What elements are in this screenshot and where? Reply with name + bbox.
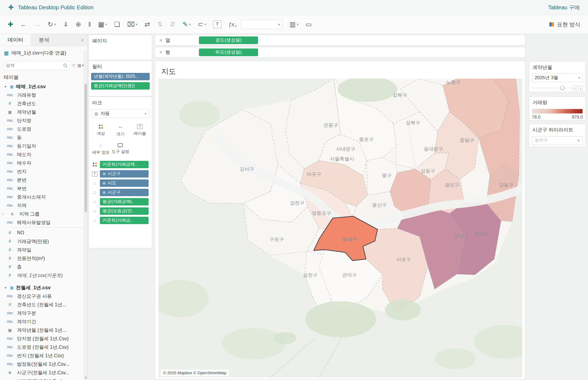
tab-analytics[interactable]: 분석 — [31, 34, 57, 46]
collapse-pane-icon[interactable]: ‹ — [78, 34, 87, 46]
field-row[interactable]: #건축년도 — [1, 99, 87, 108]
slider-track[interactable] — [532, 87, 571, 89]
mark-pill[interactable]: 평균(거래금액(.. — [100, 198, 149, 205]
color-button[interactable]: 색상 — [92, 121, 110, 139]
presentation-mode-icon[interactable]: ▭ — [306, 21, 312, 28]
filter-pill[interactable]: 년월(계약년월): 2025.. — [91, 73, 150, 80]
show-me-button[interactable]: 표현 방식 — [549, 21, 580, 28]
save-icon[interactable]: ⇓ — [63, 21, 68, 28]
undo-icon[interactable]: ← — [20, 21, 27, 28]
clear-sheet-icon[interactable]: ⌧▾ — [127, 21, 138, 28]
step-forward-button[interactable]: › — [578, 85, 583, 90]
filters-shelf[interactable]: 필터 년월(계약년월): 2025.. 평균(거래금액(만원)) — [89, 61, 152, 96]
field-row[interactable]: Abc번지 — [1, 167, 87, 176]
pause-updates-icon[interactable]: ‖ — [88, 21, 91, 28]
field-row[interactable]: #계약일 — [1, 245, 87, 254]
scroll-down-icon[interactable]: ▾ — [84, 376, 88, 379]
sort-ascending-icon[interactable]: ⇅ — [157, 21, 163, 28]
field-row[interactable]: Abc계약구분 — [1, 309, 87, 317]
replay-icon[interactable]: ↻▾ — [48, 21, 56, 28]
rows-shelf[interactable]: ≡ 행 위도(생성됨) — [155, 47, 525, 58]
field-row[interactable]: Abc동 — [1, 133, 87, 142]
field-row[interactable]: Abc매수자 — [1, 159, 87, 167]
search-input[interactable] — [6, 63, 63, 68]
field-row[interactable]: Abc매도자 — [1, 150, 87, 159]
field-row[interactable]: ⊕시군구(전월세 1년.Csv... — [1, 368, 87, 377]
field-row[interactable]: Abc단지명 (전월세 1년.Csv) — [1, 334, 87, 343]
scrollbar-thumb[interactable] — [85, 84, 87, 212]
date-filter-dropdown[interactable]: 2025년 3월 ▾ — [532, 73, 583, 82]
field-row[interactable]: ▦계약년월 — [1, 108, 87, 116]
step-back-button[interactable]: ‹ — [572, 85, 577, 90]
mark-pill[interactable]: 카운트(거래금액.. — [100, 161, 149, 168]
field-row[interactable]: #전용면적(m²) — [1, 254, 87, 262]
show-me-chart-icon[interactable]: ▥▾ — [289, 21, 299, 28]
field-row[interactable]: Abc법정동(전월세 1년.Csv... — [1, 360, 87, 368]
new-worksheet-icon[interactable]: ▦▾ — [98, 21, 107, 28]
tableau-start-icon[interactable]: ✚ — [8, 21, 13, 28]
district-label: 광진구 — [445, 182, 459, 188]
view-options-icon[interactable]: ▦▾ — [77, 63, 84, 68]
size-button[interactable]: ↔크기 — [111, 121, 129, 139]
field-row[interactable]: #층 — [1, 262, 87, 271]
mark-type-dropdown[interactable]: ▥ 자동 ▾ — [92, 109, 149, 118]
pages-shelf[interactable]: 페이지 — [89, 35, 152, 60]
mark-pill[interactable]: ⊞시군구 — [100, 170, 149, 178]
table-header[interactable]: ▾ ▦ 전월세_1년.csv — [1, 283, 87, 292]
field-row[interactable]: Abc번지 (전월세 1년.Csv) — [1, 351, 87, 360]
field-row[interactable]: #거래금액(만원) — [1, 237, 87, 245]
district-label: 송파구 — [475, 231, 489, 236]
new-datasource-icon[interactable]: ⊕ — [76, 21, 81, 28]
datasource-row[interactable]: ▦ 매매_1년.csv+(다중 연결) — [0, 46, 87, 60]
map-attribution[interactable]: © 2025 Mapbox © OpenStreetMap — [161, 370, 229, 376]
tab-data[interactable]: 데이터 — [0, 34, 31, 46]
mark-pill[interactable]: ⊞시도 — [100, 179, 149, 187]
mark-pill[interactable]: 평균(보증금(만.. — [100, 207, 149, 215]
label-button[interactable]: T레이블 — [131, 121, 149, 139]
field-row[interactable]: Abc거래유형 — [1, 91, 87, 99]
fx-icon[interactable]: ƒx✕ — [228, 22, 234, 27]
buy-tableau-link[interactable]: Tableau 구매 — [548, 4, 580, 11]
mark-pill[interactable]: 카운트(거래금.. — [100, 217, 149, 224]
map-canvas[interactable]: 서울특별시 강북구 노원구 은평구 성북구 중랑구 동대문구 종로구 서대문구 … — [158, 79, 522, 378]
field-row[interactable]: #매매_1년.csv(카운트) — [1, 271, 87, 279]
field-row[interactable]: Abc지역 — [1, 201, 87, 210]
filter-pill[interactable]: 평균(거래금액(만원)) — [91, 82, 150, 90]
show-mark-labels-icon[interactable]: T — [213, 21, 221, 28]
clear-highlight-icon[interactable]: ✕ — [577, 138, 580, 143]
detail-button[interactable]: ∴세부 정보 — [92, 140, 110, 158]
field-row[interactable]: Abc갱신요구권 사용 — [1, 292, 87, 300]
field-row[interactable]: #NO — [1, 228, 87, 237]
duplicate-sheet-icon[interactable]: ❏ — [114, 21, 120, 28]
swap-rows-columns-icon[interactable]: ⇄ — [144, 21, 150, 28]
seoul-choropleth-map[interactable]: 서울특별시 강북구 노원구 은평구 성북구 중랑구 동대문구 종로구 서대문구 … — [158, 79, 522, 378]
field-row[interactable]: Abc도로명 (전월세 1년.Csv) — [1, 343, 87, 351]
sort-descending-icon[interactable]: ⇵ — [170, 21, 175, 28]
field-row[interactable]: Abc본번 — [1, 176, 87, 184]
mark-pill[interactable]: ⊞시군구 — [100, 189, 149, 196]
highlight-icon[interactable]: ✎▾ — [183, 21, 191, 28]
highlight-input[interactable] — [535, 138, 575, 143]
field-row[interactable]: Abc등기일자 — [1, 142, 87, 150]
field-row[interactable]: Abc중개사소재지 — [1, 193, 87, 201]
table-header[interactable]: ▾ ▦ 매매_1년.csv — [1, 82, 87, 91]
redo-icon[interactable]: → — [34, 21, 40, 28]
columns-shelf[interactable]: ≡ 열 경도(생성됨) — [155, 35, 525, 45]
field-row[interactable]: ▦계약년월 (전월세 1년... — [1, 326, 87, 334]
slider-handle[interactable] — [560, 86, 564, 90]
columns-pill[interactable]: 경도(생성됨) — [199, 36, 258, 44]
field-row[interactable]: Abc계약기간 — [1, 317, 87, 326]
field-row[interactable]: Abc해제사유발생일 — [1, 218, 87, 227]
field-row[interactable]: Abc도로명 — [1, 125, 87, 133]
tooltip-button[interactable]: 도구 설명 — [111, 140, 129, 158]
filter-fields-icon[interactable]: ▽ — [72, 63, 76, 68]
field-row[interactable]: #건축년도 (전월세 1년... — [1, 300, 87, 309]
fit-select[interactable]: ▾ — [241, 20, 282, 29]
rows-pill[interactable]: 위도(생성됨) — [199, 48, 258, 56]
sidebar-scrollbar[interactable]: ▾ — [84, 50, 87, 380]
annotation-icon[interactable]: ⊂▾ — [198, 21, 206, 28]
field-row[interactable]: ›⋔지역 그룹 — [1, 210, 87, 218]
field-row[interactable]: Abc단지명 — [1, 116, 87, 125]
field-row[interactable]: Abc부번 — [1, 184, 87, 193]
field-row[interactable]: ⊕시도(전월세 1년.Csv) - — [1, 377, 87, 380]
